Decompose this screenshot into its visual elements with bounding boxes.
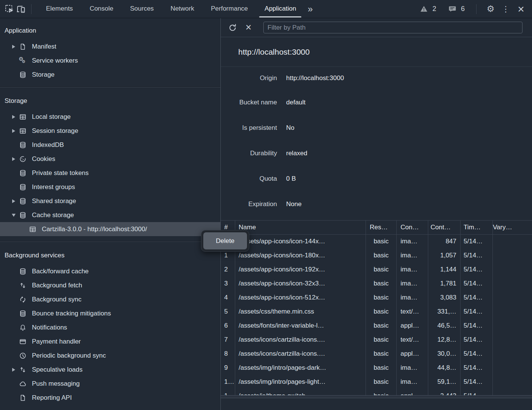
sidebar-item-notifications[interactable]: Notifications: [0, 320, 220, 334]
expander-down-icon[interactable]: [10, 211, 17, 219]
sidebar-item-local-storage[interactable]: Local storage: [0, 110, 220, 124]
table-row[interactable]: 0/assets/app-icons/icon-144x…basicima…84…: [221, 235, 532, 249]
sidebar-item-background-sync[interactable]: Background sync: [0, 292, 220, 306]
expander-right-icon[interactable]: [10, 113, 17, 121]
table-row[interactable]: 8/assets/icons/cartzilla-icons.…basicapp…: [221, 347, 532, 361]
section-separator: [0, 241, 220, 242]
sidebar-item-interest-groups[interactable]: Interest groups: [0, 180, 220, 194]
sidebar-item-indexeddb[interactable]: IndexedDB: [0, 138, 220, 152]
sidebar-item-back-forward-cache[interactable]: Back/forward cache: [0, 264, 220, 278]
sidebar-item-label: Payment handler: [32, 338, 81, 345]
sidebar-item-session-storage[interactable]: Session storage: [0, 124, 220, 138]
column-header-content-length[interactable]: Cont…: [428, 221, 461, 234]
expander-right-icon[interactable]: [10, 197, 17, 205]
sidebar-item-label: Back/forward cache: [32, 268, 89, 275]
cell-name: /assets/icons/cartzilla-icons.…: [235, 347, 366, 361]
menu-button[interactable]: [500, 3, 511, 15]
detail-label: Expiration: [221, 200, 277, 208]
column-header-time-cached[interactable]: Tim…: [461, 221, 493, 234]
table-row[interactable]: 5/assets/css/theme.min.cssbasictext/…331…: [221, 305, 532, 319]
refresh-button[interactable]: [227, 22, 238, 33]
column-header-response-type[interactable]: Res…: [366, 221, 397, 234]
sidebar-item-speculative-loads[interactable]: Speculative loads: [0, 363, 220, 377]
tab-console[interactable]: Console: [81, 0, 122, 18]
device-toolbar-icon[interactable]: [15, 3, 27, 15]
sidebar-item-cache-storage[interactable]: Cache storage: [0, 208, 220, 222]
expander-right-icon[interactable]: [10, 43, 17, 50]
sidebar-item-background-fetch[interactable]: Background fetch: [0, 278, 220, 292]
expander-right-icon[interactable]: [10, 366, 17, 374]
cell-response-type: basic: [366, 249, 397, 263]
tab-performance[interactable]: Performance: [203, 0, 256, 18]
sidebar-item-cookies[interactable]: Cookies: [0, 152, 220, 166]
warnings-indicator[interactable]: 2: [415, 3, 436, 15]
table-row[interactable]: 1/assets/app-icons/icon-180x…basicima…1,…: [221, 249, 532, 263]
sidebar-item-reporting-api[interactable]: Reporting API: [0, 391, 220, 405]
sync-icon: [18, 295, 27, 304]
cell-content-length: 847: [428, 235, 461, 249]
cell-vary: [493, 389, 532, 395]
detail-row-expiration: ExpirationNone: [221, 191, 532, 217]
cell-time-cached: 5/14…: [461, 375, 493, 389]
sidebar-item-label: Reporting API: [32, 394, 72, 402]
inspect-element-icon[interactable]: [4, 3, 15, 15]
messages-indicator[interactable]: 6: [443, 3, 465, 15]
tab-sources[interactable]: Sources: [122, 0, 162, 18]
cell-vary: [493, 319, 532, 333]
table-row[interactable]: 1…/assets/js/theme-switch…basicappl…2,44…: [221, 389, 532, 395]
column-header-name[interactable]: Name: [235, 221, 366, 234]
cell-content-type: ima…: [397, 263, 428, 277]
sidebar-item-manifest[interactable]: Manifest: [0, 39, 220, 54]
cache-entries-table[interactable]: #NameRes…Con…Cont…Tim…Vary… 0/assets/app…: [221, 220, 532, 395]
table-row[interactable]: 1…/assets/img/intro/pages-light…basicima…: [221, 375, 532, 389]
sidebar-item-label: Private state tokens: [32, 169, 89, 177]
bucket-details: Originhttp://localhost:3000Bucket namede…: [221, 67, 532, 220]
sidebar-item-label: IndexedDB: [32, 141, 64, 149]
sidebar-item-shared-storage[interactable]: Shared storage: [0, 194, 220, 208]
database-icon: [18, 211, 27, 220]
context-menu-item-delete[interactable]: Delete: [203, 232, 247, 249]
cache-table-header-row: #NameRes…Con…Cont…Tim…Vary…: [221, 221, 532, 235]
detail-row-durability: Durabilityrelaxed: [221, 140, 532, 166]
close-devtools-button[interactable]: [515, 3, 527, 15]
expander-right-icon[interactable]: [10, 155, 17, 163]
sidebar-item-periodic-background-sync[interactable]: Periodic background sync: [0, 348, 220, 363]
more-tabs-icon[interactable]: [304, 3, 316, 15]
devtools-window: ElementsConsoleSourcesNetworkPerformance…: [0, 0, 532, 410]
cell-time-cached: 5/14…: [461, 249, 493, 263]
table-row[interactable]: 4/assets/app-icons/icon-512x…basicima…3,…: [221, 291, 532, 305]
cell-time-cached: 5/14…: [461, 291, 493, 305]
settings-button[interactable]: [485, 3, 496, 15]
column-header-content-type[interactable]: Con…: [397, 221, 428, 234]
clear-filter-button[interactable]: [243, 22, 254, 33]
column-header-vary[interactable]: Vary…: [493, 221, 532, 234]
tab-network[interactable]: Network: [162, 0, 203, 18]
table-row[interactable]: 9/assets/img/intro/pages-dark…basicima…4…: [221, 361, 532, 375]
table-row[interactable]: 3/assets/app-icons/icon-32x3…basicima…1,…: [221, 277, 532, 291]
sidebar-item-bounce-tracking-mitigations[interactable]: Bounce tracking mitigations: [0, 306, 220, 320]
cell-content-type: appl…: [397, 347, 428, 361]
table-row[interactable]: 6/assets/fonts/inter-variable-l…basicapp…: [221, 319, 532, 333]
horizontal-scrollbar[interactable]: [221, 395, 532, 398]
cell-time-cached: 5/14…: [461, 263, 493, 277]
table-row[interactable]: 2/assets/app-icons/icon-192x…basicima…1,…: [221, 263, 532, 277]
tab-application[interactable]: Application: [256, 0, 304, 18]
sidebar-item-label: Shared storage: [32, 197, 76, 205]
tab-elements[interactable]: Elements: [38, 0, 81, 18]
section-background-services: Background servicesBack/forward cacheBac…: [0, 248, 220, 405]
expander-right-icon[interactable]: [10, 127, 17, 135]
detail-value: relaxed: [286, 150, 307, 157]
sidebar-item-storage[interactable]: Storage: [0, 68, 220, 82]
sidebar-item-push-messaging[interactable]: Push messaging: [0, 377, 220, 391]
sidebar-item-cartzilla-3-0-0-http-localhost-3000[interactable]: Cartzilla-3.0.0 - http://localhost:3000/: [0, 222, 220, 236]
database-icon: [18, 70, 27, 79]
cell-num: 5: [221, 305, 235, 319]
sidebar-item-service-workers[interactable]: ⚙⚙Service workers: [0, 54, 220, 68]
sidebar-item-payment-handler[interactable]: Payment handler: [0, 334, 220, 348]
filter-by-path-input[interactable]: [263, 22, 522, 33]
bell-icon: [18, 323, 27, 332]
cell-content-type: text/…: [397, 305, 428, 319]
table-row[interactable]: 7/assets/icons/cartzilla-icons.…basictex…: [221, 333, 532, 347]
cell-name: /assets/img/intro/pages-dark…: [235, 361, 366, 375]
sidebar-item-private-state-tokens[interactable]: Private state tokens: [0, 166, 220, 180]
